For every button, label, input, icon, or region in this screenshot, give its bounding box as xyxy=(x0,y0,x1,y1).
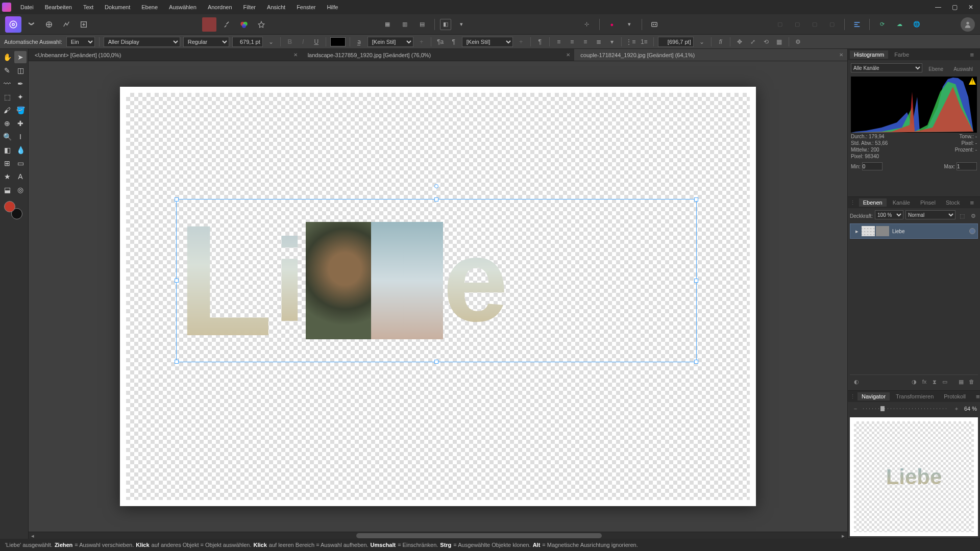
pilcrow-icon[interactable]: ¶ xyxy=(535,37,545,47)
align-more-icon[interactable]: ▾ xyxy=(607,37,617,47)
blur-tool-icon[interactable]: 💧 xyxy=(14,144,27,156)
navigator-preview[interactable]: Liebe xyxy=(850,417,978,536)
blend-mode-dropdown[interactable]: Normal xyxy=(905,210,955,219)
menu-text[interactable]: Text xyxy=(78,2,99,12)
hand-tool-icon[interactable]: ✋ xyxy=(1,51,13,63)
color-picker-tool-icon[interactable]: ✎ xyxy=(1,64,13,77)
canvas-area[interactable]: Liebe xyxy=(29,61,847,532)
panel-menu-icon[interactable]: ≡ xyxy=(966,50,978,60)
fi-ligature-icon[interactable]: fi xyxy=(716,37,726,47)
menu-view[interactable]: Ansicht xyxy=(262,2,290,12)
tab-close-icon[interactable]: ✕ xyxy=(293,52,298,58)
panel-menu-icon[interactable]: ≡ xyxy=(972,392,980,402)
grid-small-icon[interactable]: ▦ xyxy=(380,17,395,32)
settings-gear-icon[interactable]: ⚙ xyxy=(793,37,803,47)
para-style-icon[interactable]: ¶a xyxy=(435,37,446,47)
text-color-swatch[interactable] xyxy=(330,37,346,46)
add-pixel-layer-icon[interactable]: ▦ xyxy=(957,377,966,386)
develop-persona-icon[interactable] xyxy=(42,17,56,32)
layer-expand-icon[interactable]: ▸ xyxy=(852,227,862,236)
zoom-slider-thumb[interactable] xyxy=(880,406,885,411)
zoom-in-button[interactable]: + xyxy=(952,404,961,413)
mesh-tool-icon[interactable]: ⊞ xyxy=(1,157,13,169)
document-tab[interactable]: couple-1718244_1920.jpg [Geändert] (64,1… xyxy=(574,49,847,61)
window-close-button[interactable]: ✕ xyxy=(964,2,978,12)
auto-select-dropdown[interactable]: Ein xyxy=(66,37,95,47)
menu-help[interactable]: Hilfe xyxy=(322,2,343,12)
tab-history[interactable]: Protokoll xyxy=(940,392,970,400)
menu-arrange[interactable]: Anordnen xyxy=(203,2,237,12)
export-persona-icon[interactable] xyxy=(77,17,91,32)
align-justify-icon[interactable]: ≣ xyxy=(594,37,604,47)
zoom-out-button[interactable]: − xyxy=(851,404,860,413)
cloud-icon[interactable]: ☁ xyxy=(892,17,906,32)
character-style-dropdown[interactable]: [Kein Stil] xyxy=(368,37,413,47)
tab-transform[interactable]: Transformieren xyxy=(892,392,938,400)
zoom-tool-icon[interactable]: 🔍 xyxy=(1,131,13,143)
align-icon[interactable] xyxy=(850,17,864,32)
menu-window[interactable]: Fenster xyxy=(291,2,321,12)
grid-large-icon[interactable]: ▤ xyxy=(415,17,429,32)
mask-layer-icon[interactable]: ◐ xyxy=(852,377,861,386)
para-style-icon2[interactable]: ¶ xyxy=(449,37,459,47)
live-filter-icon[interactable]: ⧗ xyxy=(930,377,939,386)
delete-layer-icon[interactable]: 🗑 xyxy=(967,377,976,386)
layer-visibility-toggle[interactable] xyxy=(969,228,975,234)
menu-document[interactable]: Dokument xyxy=(100,2,135,12)
menu-filter[interactable]: Filter xyxy=(238,2,261,12)
document-tab[interactable]: <Unbenannt> [Geändert] (100,0%) ✕ xyxy=(29,49,302,61)
font-size-input[interactable] xyxy=(232,37,263,47)
selection-dot-icon[interactable]: ● xyxy=(605,17,619,32)
size-stepper-icon[interactable]: ⌄ xyxy=(266,37,276,47)
text-tool-icon[interactable]: A xyxy=(14,170,27,183)
tab-layers[interactable]: Ebenen xyxy=(859,198,887,207)
crop-tool-icon[interactable]: ⊹ xyxy=(580,17,594,32)
photo-persona-icon[interactable] xyxy=(5,16,21,33)
fx-layer-icon[interactable]: fx xyxy=(920,377,929,386)
healing-tool-icon[interactable]: ✚ xyxy=(14,117,27,130)
target-tool-icon[interactable]: ◎ xyxy=(14,184,27,196)
hist-source-selection[interactable]: Auswahl xyxy=(949,65,977,73)
para-new-icon[interactable]: + xyxy=(516,37,526,47)
list-number-icon[interactable]: 1≡ xyxy=(639,37,649,47)
fill-tool-icon[interactable]: 🪣 xyxy=(14,104,27,116)
tone-map-persona-icon[interactable] xyxy=(59,17,74,32)
hist-max-input[interactable] xyxy=(957,162,977,170)
panel-menu-icon[interactable]: ≡ xyxy=(966,198,978,208)
tab-histogram[interactable]: Histogramm xyxy=(850,51,888,59)
snap-grid-icon[interactable]: ▦ xyxy=(774,37,785,47)
pen-tool-icon[interactable]: ✒ xyxy=(14,78,27,90)
autocolor-icon[interactable] xyxy=(254,17,268,32)
layer-thumbnail[interactable] xyxy=(862,226,875,236)
crop-tool-icon[interactable]: ◫ xyxy=(14,64,27,77)
selection-bounding-box[interactable]: Liebe xyxy=(176,199,697,362)
layer-lock-icon[interactable]: ⬚ xyxy=(958,211,967,220)
panel-drag-icon[interactable]: ⋮ xyxy=(850,199,855,206)
list-bullet-icon[interactable]: ⋮≡ xyxy=(626,37,636,47)
tab-stock[interactable]: Stock xyxy=(942,198,964,207)
channel-dropdown[interactable]: Alle Kanäle xyxy=(851,63,922,72)
menu-file[interactable]: Datei xyxy=(15,2,39,12)
panel-drag-icon[interactable]: ⋮ xyxy=(850,393,855,400)
snap-move-icon[interactable]: ✥ xyxy=(734,37,745,47)
eraser-tool-icon[interactable]: ◧ xyxy=(1,144,13,156)
zoom-slider[interactable] xyxy=(863,405,949,412)
export-slice-tool-icon[interactable]: ⬓ xyxy=(1,184,13,196)
foreground-color-swatch[interactable] xyxy=(4,201,15,212)
menu-edit[interactable]: Bearbeiten xyxy=(40,2,77,12)
canvas[interactable]: Liebe xyxy=(120,87,756,506)
snap-scale-icon[interactable]: ⤢ xyxy=(748,37,758,47)
vertical-text-tool-icon[interactable]: I xyxy=(14,131,27,143)
hist-source-layer[interactable]: Ebene xyxy=(924,65,947,73)
sync-icon[interactable]: ⟳ xyxy=(875,17,889,32)
scroll-left-icon[interactable]: ◂ xyxy=(30,532,36,539)
layer-mask-thumbnail[interactable] xyxy=(876,226,889,236)
move-tool-icon[interactable]: ➤ xyxy=(14,51,27,63)
scroll-right-icon[interactable]: ▸ xyxy=(840,532,846,539)
menu-select[interactable]: Auswählen xyxy=(164,2,202,12)
menu-layer[interactable]: Ebene xyxy=(136,2,163,12)
font-weight-dropdown[interactable]: Regular xyxy=(183,37,229,47)
align-center-icon[interactable]: ≡ xyxy=(567,37,577,47)
rotation-handle[interactable] xyxy=(434,184,438,188)
align-right-icon[interactable]: ≡ xyxy=(580,37,591,47)
